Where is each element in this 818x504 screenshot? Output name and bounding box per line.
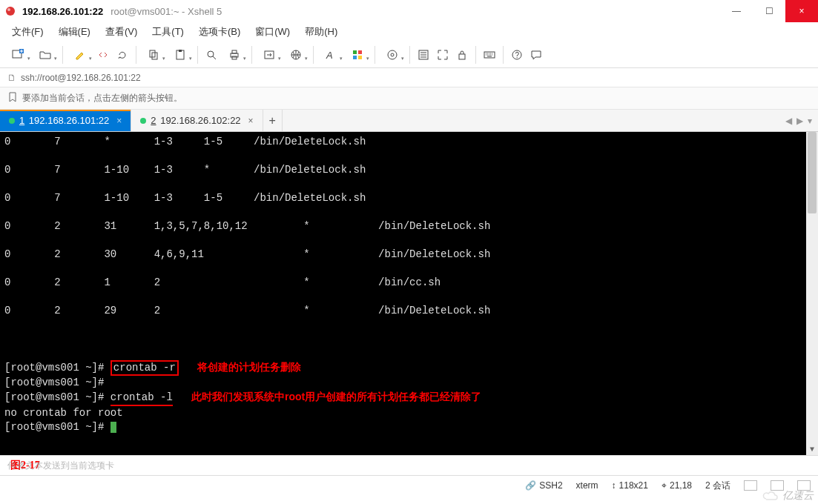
script-button[interactable]: ▾: [380, 44, 405, 65]
scroll-down-button[interactable]: ▼: [806, 443, 818, 455]
terminal-line: 0 2 1 2 * /bin/cc.sh: [4, 276, 441, 288]
window-title-sub: root@vms001:~ - Xshell 5: [111, 6, 222, 17]
terminal-line: 0 7 * 1-3 1-5 /bin/DeleteLock.sh: [4, 136, 366, 147]
tab-label: 192.168.26.102:22: [158, 115, 241, 126]
minimize-button[interactable]: —: [720, 0, 753, 22]
link-icon: 🔗: [525, 480, 536, 491]
status-protocol: 🔗SSH2: [525, 480, 562, 491]
highlight-button[interactable]: ▾: [67, 44, 93, 65]
disconnect-button[interactable]: [94, 44, 112, 65]
toolbar-separator: [375, 46, 375, 64]
app-icon: [4, 5, 16, 17]
window-title-host: 192.168.26.101:22: [22, 6, 103, 17]
menu-window[interactable]: 窗口(W): [249, 24, 296, 40]
terminal-line: [root@vms001 ~]#: [4, 391, 111, 403]
annotation: 此时我们发现系统中root用户创建的所有计划任务都已经清除了: [191, 391, 481, 402]
toolbar-separator: [313, 46, 314, 64]
terminal-line: [root@vms001 ~]#: [4, 377, 111, 388]
svg-point-19: [388, 50, 397, 59]
menu-tools[interactable]: 工具(T): [146, 24, 190, 40]
globe-button[interactable]: ▾: [283, 44, 309, 65]
toolbar: ▾ ▾ ▾ ▾ ▾ ▾ ▾ ▾ A▾ ▾ ▾ ?: [0, 42, 818, 68]
svg-text:A: A: [326, 50, 333, 61]
print-button[interactable]: ▾: [222, 44, 247, 65]
tab-close-icon[interactable]: ×: [116, 116, 122, 126]
help-button[interactable]: ?: [508, 44, 526, 65]
cursor: [111, 422, 116, 433]
keyboard-button[interactable]: [481, 44, 498, 65]
svg-rect-15: [353, 50, 357, 54]
terminal-line: [root@vms001 ~]#: [4, 421, 111, 433]
reconnect-button[interactable]: [113, 44, 131, 65]
menu-file[interactable]: 文件(F): [6, 24, 50, 40]
tab-next-button[interactable]: ▶: [796, 116, 803, 126]
terminal-line: 0 2 29 2 * /bin/DeleteLock.sh: [4, 305, 490, 316]
maximize-button[interactable]: ☐: [753, 0, 785, 22]
scroll-thumb[interactable]: [808, 132, 817, 213]
compose-placeholder: 何将文本发送到当前选项卡: [7, 460, 114, 472]
session-tab-2[interactable]: 2 192.168.26.102:22 ×: [131, 110, 263, 131]
tab-list-button[interactable]: ▾: [808, 116, 812, 126]
svg-text:?: ?: [515, 51, 520, 59]
cap-indicator: [744, 480, 757, 491]
scrollbar[interactable]: ▲ ▼: [806, 132, 818, 455]
toolbar-separator: [409, 46, 410, 64]
svg-rect-18: [358, 56, 362, 59]
terminal-line: 0 7 1-10 1-3 * /bin/DeleteLock.sh: [4, 164, 366, 176]
paste-button[interactable]: ▾: [168, 44, 193, 65]
svg-point-1: [7, 8, 10, 11]
toolbar-separator: [503, 46, 504, 64]
feedback-button[interactable]: [527, 44, 545, 65]
lock-icon: 🗋: [7, 73, 16, 83]
svg-rect-16: [358, 50, 362, 54]
tab-nav: ◀ ▶ ▾: [779, 110, 818, 131]
resize-icon: ↕: [612, 480, 616, 491]
lock-button[interactable]: [453, 44, 471, 65]
session-tab-1[interactable]: 1 192.168.26.101:22 ×: [0, 110, 131, 131]
toolbar-separator: [197, 46, 198, 64]
annotation: 将创建的计划任务删除: [197, 361, 301, 373]
hint-text: 要添加当前会话，点击左侧的箭头按钮。: [22, 92, 182, 105]
toolbar-separator: [251, 46, 252, 64]
new-tab-button[interactable]: +: [263, 110, 283, 131]
compose-bar[interactable]: 图2-17 何将文本发送到当前选项卡: [0, 455, 818, 476]
close-button[interactable]: ×: [785, 0, 818, 22]
colors-button[interactable]: ▾: [345, 44, 370, 65]
status-bar: 🔗SSH2 xterm ↕118x21 ⌖21,18 2 会话: [0, 476, 818, 495]
toolbar-separator: [475, 46, 476, 64]
menu-edit[interactable]: 编辑(E): [53, 24, 96, 40]
status-cursor: ⌖21,18: [662, 480, 692, 491]
open-button[interactable]: ▾: [33, 44, 58, 65]
status-size: ↕118x21: [612, 480, 648, 491]
svg-point-0: [6, 7, 15, 16]
command-highlight: crontab -l: [111, 391, 173, 406]
status-term: xterm: [576, 480, 598, 491]
tab-close-icon[interactable]: ×: [248, 116, 254, 126]
tab-label: 192.168.26.101:22: [26, 115, 109, 126]
status-dot-icon: [140, 118, 146, 124]
new-session-button[interactable]: ▾: [6, 44, 31, 65]
terminal[interactable]: 0 7 * 1-3 1-5 /bin/DeleteLock.sh 0 7 1-1…: [0, 132, 818, 455]
find-button[interactable]: [202, 44, 220, 65]
address-url: ssh://root@192.168.26.101:22: [21, 73, 141, 83]
command-highlight: crontab -r: [111, 360, 179, 376]
font-button[interactable]: A▾: [318, 44, 343, 65]
properties-button[interactable]: [415, 44, 432, 65]
window-controls: — ☐ ×: [720, 0, 818, 22]
svg-point-8: [208, 51, 214, 57]
tab-prev-button[interactable]: ◀: [785, 116, 792, 126]
toolbar-separator: [62, 46, 63, 64]
svg-rect-17: [353, 56, 357, 59]
terminal-line: [root@vms001 ~]#: [4, 362, 111, 374]
menu-tabs[interactable]: 选项卡(B): [193, 24, 246, 40]
menu-help[interactable]: 帮助(H): [299, 24, 343, 40]
terminal-line: no crontab for root: [4, 407, 123, 419]
menubar: 文件(F) 编辑(E) 查看(V) 工具(T) 选项卡(B) 窗口(W) 帮助(…: [0, 22, 818, 42]
fullscreen-button[interactable]: [434, 44, 452, 65]
bookmark-icon[interactable]: [7, 92, 18, 105]
address-bar[interactable]: 🗋 ssh://root@192.168.26.101:22: [0, 68, 818, 87]
copy-button[interactable]: ▾: [141, 44, 166, 65]
transfer-button[interactable]: ▾: [257, 44, 282, 65]
svg-rect-7: [179, 50, 182, 52]
menu-view[interactable]: 查看(V): [99, 24, 143, 40]
